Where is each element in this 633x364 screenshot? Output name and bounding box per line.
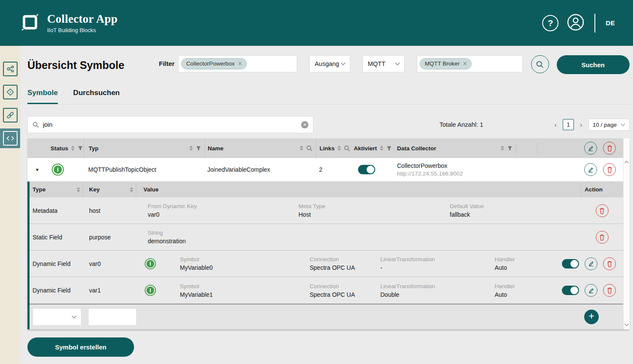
search-icon-button[interactable] bbox=[531, 55, 549, 73]
chevron-down-icon bbox=[621, 123, 625, 126]
subtable-row: Dynamic Field var0 SymbolMyVariable0 Con… bbox=[30, 251, 623, 277]
table-scrollbar[interactable] bbox=[623, 138, 630, 329]
clear-search-icon[interactable]: ✕ bbox=[301, 121, 308, 128]
search-column-icon[interactable] bbox=[306, 145, 313, 152]
field-label: String bbox=[148, 230, 287, 236]
sort-icon[interactable] bbox=[130, 187, 133, 192]
sub-cell-type: Dynamic Field bbox=[30, 251, 83, 277]
delete-button[interactable] bbox=[603, 142, 616, 155]
sub-column-key: Key bbox=[83, 182, 136, 197]
edit-button[interactable] bbox=[584, 142, 597, 155]
delete-button[interactable] bbox=[603, 163, 616, 176]
aktiviert-toggle[interactable] bbox=[358, 165, 375, 174]
field-label: Symbol bbox=[180, 256, 302, 263]
prev-page-icon[interactable]: ‹ bbox=[553, 121, 558, 128]
add-field-key-input[interactable] bbox=[88, 308, 137, 325]
cell-links: 2 bbox=[316, 166, 343, 173]
pencil-icon bbox=[588, 287, 594, 294]
sort-icon[interactable] bbox=[71, 146, 75, 151]
column-header-name: Name bbox=[205, 138, 316, 158]
sort-icon[interactable] bbox=[380, 146, 383, 151]
protocol-select[interactable]: MQTT bbox=[362, 55, 405, 72]
delete-button[interactable] bbox=[596, 204, 609, 217]
sidebar-item-code[interactable] bbox=[0, 128, 20, 148]
sort-icon[interactable] bbox=[300, 146, 303, 151]
scroll-up-icon[interactable] bbox=[624, 161, 629, 164]
field-label: Connection bbox=[310, 256, 373, 263]
search-icon bbox=[536, 60, 544, 69]
field-toggle[interactable] bbox=[562, 286, 579, 295]
app-logo-icon bbox=[20, 12, 40, 34]
tab-durchsuchen[interactable]: Durchsuchen bbox=[73, 89, 120, 104]
field-label: Meta Type bbox=[299, 203, 438, 209]
sort-icon[interactable] bbox=[77, 187, 80, 192]
add-field-type-select[interactable] bbox=[33, 308, 81, 325]
edit-button[interactable] bbox=[585, 257, 597, 270]
edit-button[interactable] bbox=[585, 284, 597, 297]
sort-icon[interactable] bbox=[501, 146, 504, 151]
tab-symbole[interactable]: Symbole bbox=[27, 89, 58, 104]
field-label: LinearTransformation bbox=[380, 283, 487, 289]
subtable-row: Static Field purpose Stringdemonstration bbox=[30, 224, 623, 251]
sort-icon[interactable] bbox=[189, 146, 193, 151]
sub-cell-key: host bbox=[83, 197, 136, 224]
page-size-select[interactable]: 10 / page bbox=[588, 119, 630, 131]
cell-typ: MQTTPublishTopicObject bbox=[84, 166, 205, 173]
direction-select[interactable]: Ausgang bbox=[309, 55, 350, 72]
sub-cell-key: purpose bbox=[83, 224, 136, 250]
filter-icon[interactable] bbox=[196, 146, 201, 151]
delete-button[interactable] bbox=[603, 257, 616, 270]
field-value: MyVariable1 bbox=[180, 291, 302, 298]
language-selector[interactable]: DE bbox=[606, 19, 615, 27]
sidebar bbox=[0, 46, 20, 364]
chip-remove-icon[interactable]: ✕ bbox=[238, 60, 242, 67]
chain-link-icon bbox=[3, 108, 18, 122]
create-symbol-button[interactable]: Symbol erstellen bbox=[27, 337, 134, 357]
sidebar-item-network[interactable] bbox=[0, 59, 20, 79]
main-content: Übersicht Symbole Filter CollectorPowerb… bbox=[20, 46, 633, 364]
add-field-button[interactable]: + bbox=[584, 310, 599, 324]
pencil-icon bbox=[588, 145, 594, 152]
total-count: Totale Anzahl: 1 bbox=[439, 121, 483, 128]
collector-chip: CollectorPowerbox ✕ bbox=[181, 58, 247, 69]
delete-button[interactable] bbox=[603, 284, 616, 297]
status-indicator-icon bbox=[144, 284, 156, 296]
field-label: Handler bbox=[495, 283, 552, 289]
symbol-search-input[interactable] bbox=[43, 121, 297, 128]
column-header-status: Status bbox=[47, 138, 84, 158]
help-icon[interactable]: ? bbox=[542, 15, 558, 31]
field-value: Spectra OPC UA bbox=[310, 264, 373, 271]
next-page-icon[interactable]: › bbox=[579, 121, 583, 128]
symbols-table: Status Typ Name bbox=[27, 138, 630, 329]
symbol-search-box: ✕ bbox=[27, 116, 314, 133]
table-row: ▼ MQTTPublishTopicObject JoinedVariableC… bbox=[27, 158, 623, 182]
filter-icon[interactable] bbox=[78, 146, 83, 151]
delete-button[interactable] bbox=[596, 231, 609, 244]
collector-filter-input[interactable]: CollectorPowerbox ✕ bbox=[178, 55, 297, 72]
broker-filter-input[interactable]: MQTT Broker ✕ bbox=[417, 55, 523, 72]
pagination: Totale Anzahl: 1 ‹ 1 › 10 / page bbox=[439, 119, 630, 131]
field-toggle[interactable] bbox=[562, 259, 579, 269]
expand-row-icon[interactable]: ▼ bbox=[27, 167, 47, 172]
sub-cell-key: var1 bbox=[83, 277, 136, 304]
network-nodes-icon bbox=[3, 62, 18, 76]
scroll-down-icon[interactable] bbox=[624, 323, 629, 326]
table-header-row: Status Typ Name bbox=[27, 138, 623, 158]
filter-icon[interactable] bbox=[507, 146, 513, 151]
field-value: Host bbox=[299, 211, 438, 218]
cell-data-collector: CollectorPowerbox http://172.24.55.166:8… bbox=[391, 162, 516, 177]
sub-cell-type: Static Field bbox=[30, 224, 83, 250]
chip-remove-icon[interactable]: ✕ bbox=[463, 60, 467, 67]
column-header-links: Links bbox=[316, 138, 343, 158]
sidebar-item-links[interactable] bbox=[0, 105, 20, 125]
sidebar-item-symbols[interactable] bbox=[0, 82, 20, 102]
sort-icon[interactable] bbox=[337, 146, 341, 151]
field-label: From Dynamic Key bbox=[148, 203, 287, 209]
suchen-button[interactable]: Suchen bbox=[557, 55, 630, 74]
collector-name: CollectorPowerbox bbox=[397, 162, 516, 169]
field-label: Symbol bbox=[180, 283, 302, 289]
user-icon[interactable] bbox=[567, 14, 584, 33]
cell-name: JoinedVariableComplex bbox=[205, 166, 316, 173]
current-page[interactable]: 1 bbox=[563, 119, 574, 130]
edit-button[interactable] bbox=[584, 163, 597, 176]
